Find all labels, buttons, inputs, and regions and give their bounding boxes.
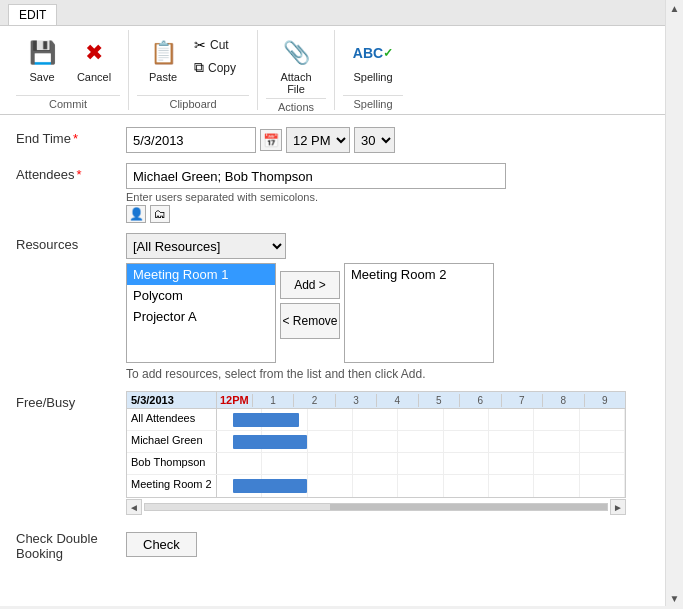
cut-label: Cut [210, 38, 229, 52]
end-time-date-input[interactable] [126, 127, 256, 153]
attendees-required: * [77, 167, 82, 182]
attendees-input[interactable] [126, 163, 506, 189]
fb-timeline-michael-green [217, 431, 625, 452]
resource-selected-list[interactable]: Meeting Room 2 [344, 263, 494, 363]
save-label: Save [29, 71, 54, 83]
fb-timeline-meeting-room-2 [217, 475, 625, 497]
attendees-row: Attendees* Enter users separated with se… [16, 163, 659, 223]
browse-attendees-icon[interactable]: 🗂 [150, 205, 170, 223]
resource-item-meeting-room-2[interactable]: Meeting Room 2 [345, 264, 493, 285]
end-time-label: End Time* [16, 127, 126, 146]
scroll-down-arrow[interactable]: ▼ [667, 590, 683, 606]
main-content: End Time* 📅 12 PM 1 PM 30 00 15 45 [0, 115, 683, 606]
copy-label: Copy [208, 61, 236, 75]
scroll-up-arrow[interactable]: ▲ [667, 0, 683, 16]
attach-file-icon: 📎 [280, 37, 312, 69]
freebusy-timecol: 12PM 1 2 3 4 5 6 7 8 9 [217, 392, 625, 408]
fb-scroll-left[interactable]: ◄ [126, 499, 142, 515]
paste-button[interactable]: 📋 Paste [137, 34, 189, 86]
fb-hour-5: 5 [418, 394, 459, 407]
freebusy-header: 5/3/2013 12PM 1 2 3 4 5 6 7 8 9 [127, 392, 625, 409]
main-scrollbar: ▲ ▼ [665, 0, 683, 606]
ribbon: EDIT 💾 Save ✖ Cancel Commit [0, 0, 683, 115]
resources-controls: [All Resources] Meeting Room 1 Polycom P… [126, 233, 659, 381]
fb-hour-3: 3 [335, 394, 376, 407]
cut-copy-group: ✂ Cut ⧉ Copy [189, 34, 249, 79]
freebusy-label: Free/Busy [16, 391, 126, 410]
resource-available-list[interactable]: Meeting Room 1 Polycom Projector A [126, 263, 276, 363]
resource-item-projector-a[interactable]: Projector A [127, 306, 275, 327]
fb-row-bob-thompson: Bob Thompson [127, 453, 625, 475]
resource-action-btns: Add > < Remove [280, 263, 340, 339]
fb-scroll-thumb [330, 504, 607, 510]
remove-resource-button[interactable]: < Remove [280, 303, 340, 339]
spelling-group-label: Spelling [343, 95, 403, 110]
copy-icon: ⧉ [194, 59, 204, 76]
cancel-button[interactable]: ✖ Cancel [68, 34, 120, 86]
save-button[interactable]: 💾 Save [16, 34, 68, 86]
tab-edit[interactable]: EDIT [8, 4, 57, 25]
fb-name-meeting-room-2: Meeting Room 2 [127, 475, 217, 497]
attendees-label: Attendees* [16, 163, 126, 182]
spelling-button[interactable]: ABC✓ Spelling [343, 34, 403, 86]
ribbon-tab-bar: EDIT [0, 0, 683, 26]
freebusy-controls: 5/3/2013 12PM 1 2 3 4 5 6 7 8 9 [126, 391, 659, 515]
cut-icon: ✂ [194, 37, 206, 53]
resource-hint: To add resources, select from the list a… [126, 367, 659, 381]
add-resource-button[interactable]: Add > [280, 271, 340, 299]
end-time-hour-select[interactable]: 12 PM 1 PM [286, 127, 350, 153]
actions-group-label: Actions [266, 98, 326, 113]
fb-hour-8: 8 [542, 394, 583, 407]
copy-button[interactable]: ⧉ Copy [189, 56, 249, 79]
calendar-icon[interactable]: 📅 [260, 129, 282, 151]
fb-hour-6: 6 [459, 394, 500, 407]
fb-scroll-right[interactable]: ► [610, 499, 626, 515]
attendees-controls: Enter users separated with semicolons. 👤… [126, 163, 659, 223]
check-double-booking-row: Check Double Booking Check [16, 527, 659, 569]
resources-row: Resources [All Resources] Meeting Room 1… [16, 233, 659, 381]
attendees-hint: Enter users separated with semicolons. [126, 191, 659, 203]
spelling-label: Spelling [353, 71, 392, 83]
fb-name-bob-thompson: Bob Thompson [127, 453, 217, 474]
fb-hour-7: 7 [501, 394, 542, 407]
fb-row-all-attendees: All Attendees [127, 409, 625, 431]
fb-hour-9: 9 [584, 394, 625, 407]
fb-timeline-all-attendees [217, 409, 625, 430]
check-button[interactable]: Check [126, 532, 197, 557]
end-time-row: End Time* 📅 12 PM 1 PM 30 00 15 45 [16, 127, 659, 153]
fb-row-michael-green: Michael Green [127, 431, 625, 453]
cancel-icon: ✖ [78, 37, 110, 69]
fb-hour-4: 4 [376, 394, 417, 407]
resources-filter-row: [All Resources] [126, 233, 659, 259]
attach-file-button[interactable]: 📎 Attach File [266, 34, 326, 98]
end-time-minute-select[interactable]: 30 00 15 45 [354, 127, 395, 153]
attendees-action-icons: 👤 🗂 [126, 205, 659, 223]
fb-scroll-track[interactable] [144, 503, 608, 511]
freebusy-grid: 5/3/2013 12PM 1 2 3 4 5 6 7 8 9 [126, 391, 626, 498]
ribbon-group-clipboard: 📋 Paste ✂ Cut ⧉ Copy Clipboar [129, 30, 258, 110]
commit-group-label: Commit [16, 95, 120, 110]
fb-name-michael-green: Michael Green [127, 431, 217, 452]
ribbon-content: 💾 Save ✖ Cancel Commit 📋 Paste [0, 26, 683, 114]
resources-label: Resources [16, 233, 126, 252]
ribbon-group-actions: 📎 Attach File Actions [258, 30, 335, 110]
add-attendee-icon[interactable]: 👤 [126, 205, 146, 223]
paste-label: Paste [149, 71, 177, 83]
fb-block-meeting-room-2 [233, 479, 306, 493]
ribbon-group-commit: 💾 Save ✖ Cancel Commit [8, 30, 129, 110]
fb-hour-1: 1 [252, 394, 293, 407]
resources-container: Meeting Room 1 Polycom Projector A Add >… [126, 263, 659, 363]
resource-item-meeting-room-1[interactable]: Meeting Room 1 [127, 264, 275, 285]
date-row: 📅 12 PM 1 PM 30 00 15 45 [126, 127, 659, 153]
clipboard-group-label: Clipboard [137, 95, 249, 110]
fb-block-michael-green [233, 435, 306, 449]
save-icon: 💾 [26, 37, 58, 69]
cut-button[interactable]: ✂ Cut [189, 34, 249, 56]
paste-icon: 📋 [147, 37, 179, 69]
resources-filter-select[interactable]: [All Resources] [126, 233, 286, 259]
resource-item-polycom[interactable]: Polycom [127, 285, 275, 306]
freebusy-scrollbar: ◄ ► [126, 499, 626, 515]
fb-hour-2: 2 [293, 394, 334, 407]
check-double-booking-label: Check Double Booking [16, 527, 126, 561]
end-time-controls: 📅 12 PM 1 PM 30 00 15 45 [126, 127, 659, 153]
